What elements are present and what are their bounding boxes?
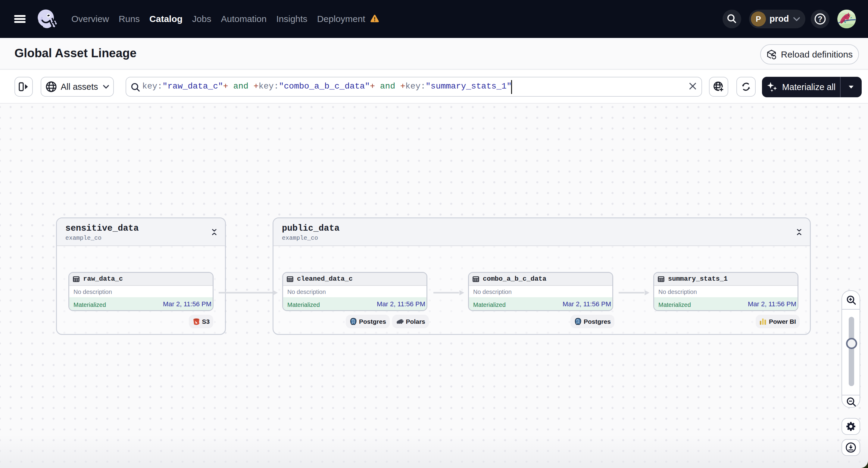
svg-text:?: ? [818, 15, 822, 23]
